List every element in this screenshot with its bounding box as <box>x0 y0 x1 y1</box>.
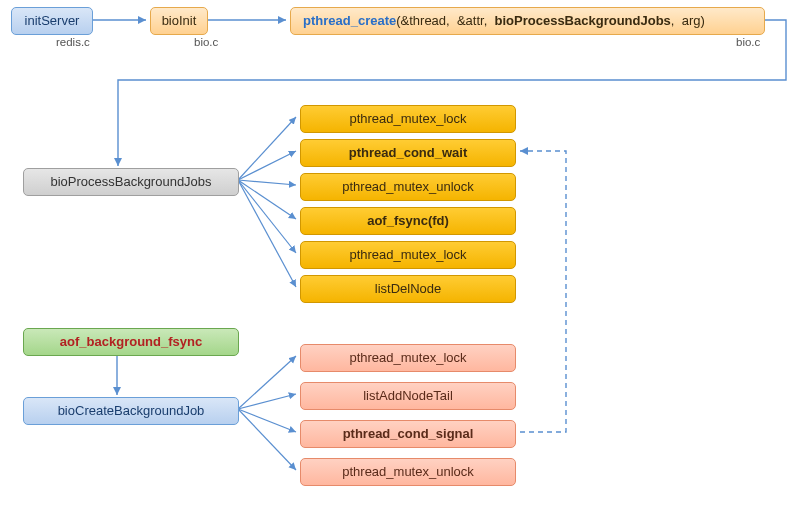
node-biocreate: bioCreateBackgroundJob <box>23 397 239 425</box>
arg1: (&thread, <box>396 13 449 28</box>
arg5: arg) <box>682 13 705 28</box>
fn-pthread-create: pthread_create <box>303 13 396 28</box>
file-label-bioinit: bio.c <box>194 36 218 48</box>
bio-item-listdelnode: listDelNode <box>300 275 516 303</box>
svg-line-9 <box>238 356 296 409</box>
bio-item-mutex-lock-2: pthread_mutex_lock <box>300 241 516 269</box>
bio-item-mutex-lock-1: pthread_mutex_lock <box>300 105 516 133</box>
arg3: bioProcessBackgroundJobs <box>495 13 671 28</box>
node-bioinit: bioInit <box>150 7 208 35</box>
node-aof-bg-fsync: aof_background_fsync <box>23 328 239 356</box>
create-item-listaddnodetail: listAddNodeTail <box>300 382 516 410</box>
bio-item-aof-fsync: aof_fsync(fd) <box>300 207 516 235</box>
bio-item-mutex-unlock: pthread_mutex_unlock <box>300 173 516 201</box>
arg2: &attr, <box>457 13 487 28</box>
create-item-mutex-lock: pthread_mutex_lock <box>300 344 516 372</box>
svg-line-6 <box>238 180 296 253</box>
svg-line-10 <box>238 394 296 409</box>
svg-line-4 <box>238 180 296 185</box>
arg3c: , <box>671 13 675 28</box>
svg-line-3 <box>238 151 296 180</box>
svg-line-11 <box>238 409 296 432</box>
node-bioprocess: bioProcessBackgroundJobs <box>23 168 239 196</box>
create-item-cond-signal: pthread_cond_signal <box>300 420 516 448</box>
svg-line-2 <box>238 117 296 180</box>
svg-line-7 <box>238 180 296 287</box>
node-pthread-create: pthread_create(&thread, &attr, bioProces… <box>290 7 765 35</box>
node-initserver: initServer <box>11 7 93 35</box>
file-label-pthreadcreate: bio.c <box>736 36 760 48</box>
create-item-mutex-unlock: pthread_mutex_unlock <box>300 458 516 486</box>
file-label-initserver: redis.c <box>56 36 90 48</box>
svg-line-12 <box>238 409 296 470</box>
bio-item-cond-wait: pthread_cond_wait <box>300 139 516 167</box>
svg-line-5 <box>238 180 296 219</box>
